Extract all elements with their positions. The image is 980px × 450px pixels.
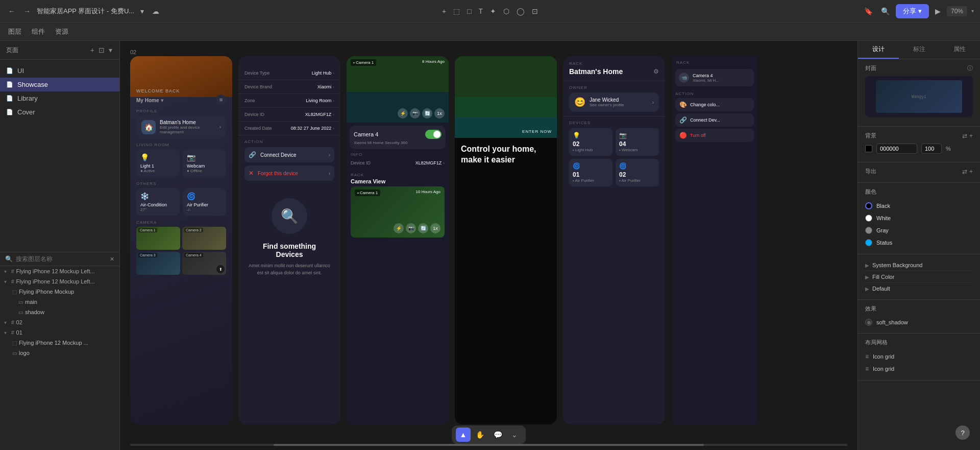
cam4-export-btn[interactable]: ⬆: [216, 265, 225, 273]
components-tab[interactable]: 组件: [32, 27, 45, 36]
layer-group-iphone1[interactable]: ▾ # Flying iPhone 12 Mockup Left...: [0, 266, 119, 276]
air-condition-card[interactable]: ❄️ Air-Condition 27°: [136, 188, 180, 216]
tab-annotation[interactable]: 标注: [899, 41, 940, 59]
rack-cam4-card[interactable]: 📹 Camera 4 Xiaomi, Mi H...: [675, 69, 754, 86]
forgot-device-row[interactable]: ✕ Forgot this device ›: [244, 165, 334, 181]
zone-row[interactable]: Zone Living Room ›: [238, 94, 340, 108]
icon-grid2-item[interactable]: ≡ Icon grid: [865, 363, 973, 375]
bg-add-button[interactable]: +: [969, 132, 973, 139]
default-item[interactable]: ▶ Default: [865, 283, 973, 294]
dev-airpurifier2[interactable]: 🌀 02 • Air Purifier: [616, 159, 659, 186]
page-item-cover[interactable]: 📄 Cover: [0, 105, 119, 119]
cam-ctrl2-1[interactable]: ⚡: [394, 223, 404, 233]
layer-logo[interactable]: ▭ logo: [0, 348, 119, 358]
system-background-item[interactable]: ▶ System Background: [865, 259, 973, 271]
connect-dev-row[interactable]: 🔗 Connect Dev...: [675, 113, 754, 127]
color-gray-row[interactable]: Gray: [865, 224, 973, 236]
frame-tool[interactable]: ⬚: [451, 5, 462, 17]
layer-02[interactable]: ▾ # 02: [0, 317, 119, 327]
batman-settings-icon[interactable]: ⚙: [653, 68, 659, 75]
cam-ctrl-4[interactable]: 1x: [434, 108, 445, 119]
help-button[interactable]: ?: [955, 425, 970, 440]
icon-grid1-item[interactable]: ≡ Icon grid: [865, 350, 973, 363]
forward-button[interactable]: →: [21, 5, 33, 17]
air-purifier-card[interactable]: 🌀 Air Purifier -/-: [183, 188, 226, 216]
camera4-thumb[interactable]: Camera 4 ⬆: [182, 252, 226, 275]
back-button[interactable]: ←: [6, 5, 17, 17]
home-menu-button[interactable]: ≡: [216, 94, 226, 105]
created-date-row[interactable]: Created Date 08:32 27 June 2022 ›: [238, 122, 340, 135]
tab-properties[interactable]: 属性: [939, 41, 980, 59]
camera1-thumb[interactable]: Camera 1: [136, 227, 180, 250]
slice-tool[interactable]: ⊡: [530, 5, 540, 17]
more-tool-button[interactable]: ⌄: [507, 428, 522, 442]
camera3-thumb[interactable]: Camera 3: [136, 252, 180, 275]
comment-tool-button[interactable]: 💬: [489, 428, 506, 442]
camera2-thumb[interactable]: Camera 2: [182, 227, 226, 250]
search-layers-input[interactable]: [16, 255, 107, 263]
export-swap-button[interactable]: ⇄: [962, 168, 967, 175]
canvas-area[interactable]: 02: [120, 41, 857, 450]
assets-tab[interactable]: 资源: [55, 27, 68, 36]
bookmark-icon[interactable]: 🔖: [862, 5, 875, 17]
page-options-button[interactable]: ⊡: [97, 45, 106, 55]
canvas-scrollbar[interactable]: [130, 444, 847, 446]
page-item-ui[interactable]: 📄 UI: [0, 64, 119, 78]
clear-search-button[interactable]: ✕: [110, 256, 114, 263]
device-id-row[interactable]: Device ID XL82MGF1Z ›: [238, 108, 340, 122]
fill-color-item[interactable]: ▶ Fill Color: [865, 271, 973, 283]
cam-ctrl-3[interactable]: 🔄: [422, 108, 432, 119]
play-button[interactable]: ▶: [933, 5, 943, 17]
layers-tab[interactable]: 图层: [8, 27, 21, 36]
hand-tool-button[interactable]: ✋: [472, 428, 488, 442]
layer-01[interactable]: ▾ # 01: [0, 327, 119, 338]
bg-swap-button[interactable]: ⇄: [962, 132, 967, 139]
connect-device-row[interactable]: 🔗 Connect Device ›: [244, 147, 334, 162]
enter-now-label[interactable]: ENTER NOW: [522, 129, 552, 134]
bg-opacity-input[interactable]: [921, 144, 942, 154]
cam-ctrl2-3[interactable]: 🔄: [418, 223, 428, 233]
layer-group-iphone2[interactable]: ▾ # Flying iPhone 12 Mockup Left...: [0, 276, 119, 287]
bg-color-swatch[interactable]: [865, 145, 872, 152]
device-brand-row[interactable]: Device Brand Xiaomi ›: [238, 80, 340, 94]
add-button[interactable]: +: [440, 5, 448, 17]
dev-webcam[interactable]: 📷 04 • Webcam: [616, 128, 659, 156]
turn-off-row[interactable]: 🔴 Turn off: [675, 129, 754, 142]
layer-flying-iphone[interactable]: ⬚ Flying iPhone Mockup: [0, 287, 119, 297]
zoom-level[interactable]: 70%: [947, 6, 967, 16]
cam4-toggle[interactable]: [425, 130, 442, 139]
page-item-library[interactable]: 📄 Library: [0, 91, 119, 105]
change-color-row[interactable]: 🎨 Change colo...: [675, 98, 754, 111]
page-collapse-button[interactable]: ▾: [108, 45, 113, 55]
cam-ctrl2-2[interactable]: 📷: [406, 223, 416, 233]
device-type-row[interactable]: Device Type Light Hub ›: [238, 66, 340, 80]
color-status-row[interactable]: Status: [865, 236, 973, 249]
cam-ctrl-2[interactable]: 📷: [410, 108, 420, 119]
bg-color-input[interactable]: [876, 144, 917, 154]
color-white-row[interactable]: White: [865, 212, 973, 224]
layer-flying-iphone2[interactable]: ⬚ Flying iPhone 12 Mockup ...: [0, 338, 119, 348]
share-button[interactable]: 分享 ▾: [896, 4, 929, 18]
tab-design[interactable]: 设计: [858, 41, 899, 59]
shape-tool[interactable]: □: [465, 5, 473, 17]
cam-ctrl2-4[interactable]: 1x: [430, 223, 440, 233]
dropdown-button[interactable]: ▾: [138, 5, 146, 17]
text-tool[interactable]: T: [477, 5, 485, 17]
color-black-row[interactable]: Black: [865, 200, 973, 212]
dev-lighthub[interactable]: 💡 02 • Light Hub: [569, 128, 612, 156]
search-toolbar-icon[interactable]: 🔍: [879, 5, 892, 17]
export-add-button[interactable]: +: [969, 168, 973, 175]
webcam-card[interactable]: 📷 Webcam ● Offline: [183, 149, 226, 177]
layer-main[interactable]: ▭ main: [0, 297, 119, 307]
select-tool-button[interactable]: ▲: [456, 428, 471, 442]
mask-tool[interactable]: ◯: [514, 5, 527, 17]
light1-card[interactable]: 💡 Light 1 ● Active: [136, 149, 180, 177]
plugin-tool[interactable]: ⬡: [501, 5, 511, 17]
profile-card[interactable]: 🏠 Batman's Home Edit profile and device …: [136, 115, 226, 138]
owner-card[interactable]: 😊 Jane Wicked See owner's profile ›: [569, 92, 659, 112]
page-item-showcase[interactable]: 📄 Showcase: [0, 78, 119, 91]
dev-airpurifier1[interactable]: 🌀 01 • Air Purifier: [569, 159, 612, 186]
cover-info-icon[interactable]: ⓘ: [967, 64, 973, 72]
layer-shadow[interactable]: ▭ shadow: [0, 307, 119, 317]
cam-ctrl-1[interactable]: ⚡: [398, 108, 408, 119]
